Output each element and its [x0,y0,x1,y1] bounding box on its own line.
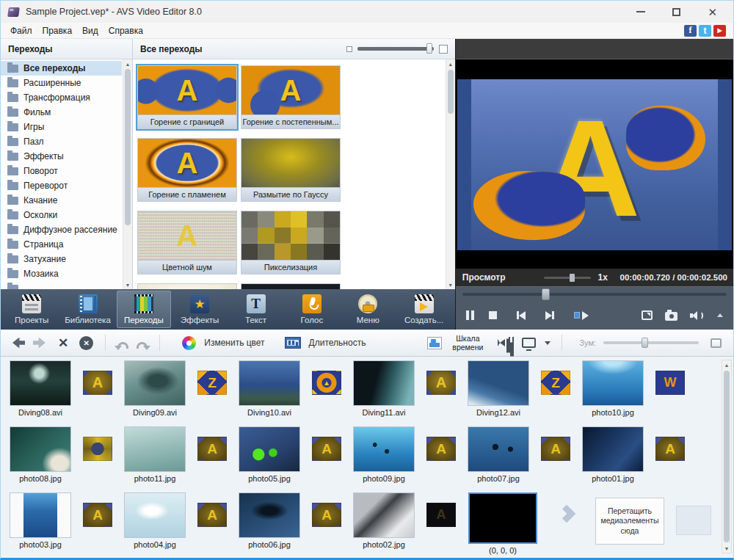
timeline-transition-icon[interactable]: ▲ [312,371,341,395]
timeline-clip[interactable]: photo07.jpg [468,426,529,483]
youtube-icon[interactable]: ▶ [713,25,726,37]
timeline-transition-icon[interactable] [83,437,112,461]
timeline-clip[interactable]: photo06.jpg [239,492,300,549]
clip-thumbnail[interactable] [582,426,644,472]
timeline-clip[interactable]: photo05.jpg [239,426,300,483]
snapshot-icon[interactable] [665,312,677,321]
drop-target[interactable]: Перетащить медиаэлементы сюда [595,498,664,545]
clip-thumbnail[interactable] [239,360,300,406]
sidebar-item-1[interactable]: Расширенные [1,76,122,90]
menu-item-1[interactable]: Правка [37,26,78,36]
transition-thumb-7[interactable]: АВспышка, темная [241,283,341,289]
volume-icon[interactable] [690,310,705,321]
play-button[interactable] [574,311,589,320]
thumb-size-small-icon[interactable] [346,46,352,52]
fit-to-screen-icon[interactable] [711,338,722,348]
timeline-transition-icon[interactable]: W [655,371,685,395]
duration-button[interactable]: Длительность [309,338,366,348]
transition-thumb-6[interactable]: АВспышка, светлая [137,283,237,289]
transition-thumb-1[interactable]: АГорение с постепенным... [241,65,341,129]
transition-thumb-2[interactable]: АГорение с пламенем [137,138,237,202]
speed-slider-handle[interactable] [570,274,575,282]
menu-item-3[interactable]: Справка [103,26,148,36]
speed-slider[interactable] [544,277,591,279]
timeline-clip[interactable]: photo04.jpg [124,492,186,549]
clip-thumbnail[interactable] [468,426,529,472]
clip-thumbnail[interactable] [239,426,300,472]
seek-track[interactable] [462,293,727,296]
maximize-button[interactable] [672,8,680,16]
scroll-down-icon[interactable]: ▼ [722,544,731,553]
scroll-down-icon[interactable]: ▼ [446,280,455,289]
timeline-transition-icon[interactable]: А [83,371,112,395]
sidebar-item-11[interactable]: Диффузное рассеяние [1,222,122,237]
display-mode-icon[interactable] [522,338,536,348]
twitter-icon[interactable]: t [699,25,711,37]
color-wheel-icon[interactable] [182,336,196,350]
clip-thumbnail[interactable] [124,360,186,406]
fullscreen-icon[interactable] [642,310,653,320]
sidebar-item-8[interactable]: Переворот [1,178,122,193]
nav-tab-menu[interactable]: Меню [341,291,395,328]
sidebar-item-12[interactable]: Страница [1,237,122,252]
seek-bar[interactable] [456,286,733,301]
delete-all-button[interactable]: ✕ [79,336,93,350]
timeline-transition-icon[interactable]: А [426,371,456,395]
transition-thumb-0[interactable]: АГорение с границей [137,65,237,129]
timeline-clip[interactable]: Diving09.avi [124,360,186,417]
pause-button[interactable] [466,310,469,320]
audio-mixer-icon[interactable] [498,336,515,349]
transition-thumb-3[interactable]: Размытие по Гауссу [241,138,341,202]
sidebar-item-14[interactable]: Мозаика [1,266,122,281]
sidebar-item-0[interactable]: Все переходы [1,61,122,76]
scroll-up-icon[interactable]: ▲ [446,59,455,68]
thumb-size-slider[interactable] [357,47,434,51]
timeline-clip[interactable]: photo02.jpg [353,492,415,549]
timeline-transition-icon[interactable]: А [312,503,341,527]
menu-item-0[interactable]: Файл [5,26,37,36]
timeline-transition-icon[interactable]: Z [541,371,570,395]
clip-thumbnail[interactable] [10,492,71,538]
timeline-clip[interactable]: photo10.jpg [582,360,644,417]
nav-tab-voice[interactable]: Голос [285,291,339,328]
timeline-clip[interactable]: Diving08.avi [10,360,71,417]
timeline-transition-icon[interactable]: А [541,437,570,461]
next-frame-button[interactable] [545,311,554,320]
sidebar-item-13[interactable]: Затухание [1,252,122,266]
sidebar-scrollbar[interactable]: ▲ ▼ [123,59,132,289]
timeline-clip[interactable]: photo01.jpg [582,426,644,483]
timeline-clip[interactable]: photo11.jpg [124,426,186,483]
zoom-slider[interactable] [603,341,699,344]
sidebar-item-6[interactable]: Эффекты [1,149,122,164]
sidebar-item-5[interactable]: Пазл [1,134,122,149]
facebook-icon[interactable]: f [684,25,697,37]
nav-tab-library[interactable]: Библиотека [60,291,115,328]
timeline-clip[interactable]: (0, 0, 0) [468,492,538,555]
timeline-clip[interactable]: photo03.jpg [10,492,71,549]
forward-button[interactable] [33,338,46,349]
clip-thumbnail[interactable] [582,360,644,406]
scroll-up-icon[interactable]: ▲ [722,360,731,369]
timeline-clip[interactable]: photo09.jpg [353,426,415,483]
sidebar-item-15[interactable] [1,281,122,289]
timeline-transition-icon[interactable]: А [83,503,112,527]
nav-tab-effects[interactable]: Эффекты [172,291,227,328]
grid-scrollbar[interactable]: ▲ ▼ [446,59,455,289]
timeline-transition-icon[interactable]: А [426,503,456,527]
scrollbar-thumb[interactable] [125,69,131,225]
sidebar-item-2[interactable]: Трансформация [1,90,122,105]
display-mode-dropdown-icon[interactable] [545,341,550,345]
clip-thumbnail[interactable] [10,426,71,472]
timeline-clip[interactable]: Diving10.avi [239,360,300,417]
clip-thumbnail[interactable] [10,360,71,406]
scroll-down-icon[interactable]: ▼ [123,280,132,289]
timeline-clip[interactable]: Diving12.avi [468,360,529,417]
redo-button[interactable] [137,342,148,349]
sidebar-item-7[interactable]: Поворот [1,164,122,178]
timeline-scrollbar[interactable]: ▲ ▼ [722,360,732,553]
sidebar-item-4[interactable]: Игры [1,120,122,134]
transition-thumb-5[interactable]: Пикселизация [241,211,341,274]
clip-thumbnail[interactable] [124,426,186,472]
timeline-scale-button[interactable]: Шкала времени [449,334,486,352]
timeline-clip[interactable]: photo08.jpg [10,426,71,483]
